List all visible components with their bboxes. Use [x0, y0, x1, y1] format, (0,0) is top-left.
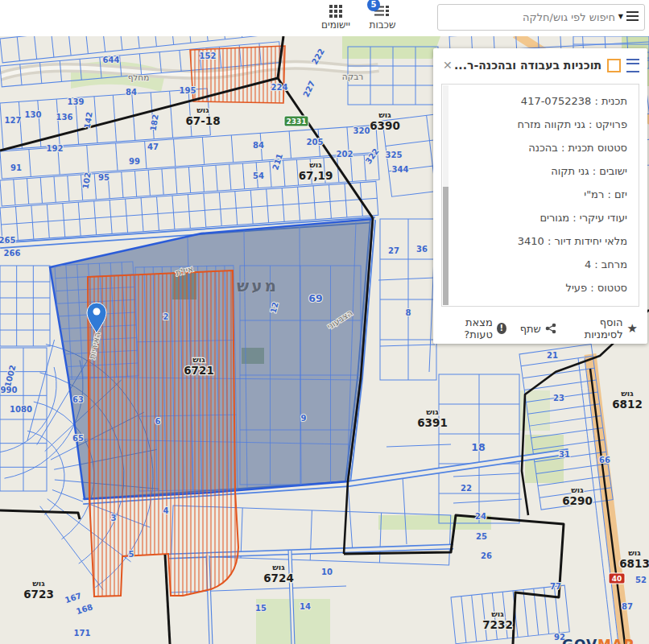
svg-text:14: 14	[300, 602, 311, 611]
search-input[interactable]	[437, 4, 645, 31]
svg-text:מחלף: מחלף	[128, 72, 150, 82]
plan-info-panel: תוכניות בעבודה ובהכנה-ר... ✕ תכנית : 417…	[433, 48, 647, 344]
panel-fields: תכנית : 417-0752238פרויקט : גני תקווה מז…	[441, 84, 639, 307]
field-label: פרויקט	[595, 118, 627, 130]
apps-button[interactable]: יישומים	[313, 4, 358, 35]
svg-text:22: 22	[461, 484, 472, 493]
svg-text:54: 54	[253, 171, 264, 180]
svg-text:9: 9	[301, 414, 307, 423]
panel-header: תוכניות בעבודה ובהכנה-ר... ✕	[433, 48, 647, 82]
svg-text:גוש: גוש	[196, 105, 209, 114]
svg-text:192: 192	[47, 144, 64, 153]
svg-text:52: 52	[635, 576, 647, 584]
svg-text:6290: 6290	[562, 494, 593, 507]
svg-text:91: 91	[10, 163, 22, 172]
svg-text:87: 87	[622, 602, 633, 611]
layers-icon: 5	[374, 4, 391, 19]
svg-text:139: 139	[68, 97, 85, 106]
field-value: בהכנה	[528, 142, 558, 154]
svg-text:2: 2	[163, 312, 169, 321]
svg-text:320: 320	[353, 126, 370, 135]
panel-actions: ★ הוסף לסימניות שתף ! מצאת טעות?	[433, 313, 647, 344]
panel-menu-icon[interactable]	[626, 59, 639, 72]
svg-text:136: 136	[56, 113, 73, 122]
layer-color-swatch[interactable]	[607, 59, 621, 72]
svg-text:205: 205	[307, 138, 324, 147]
close-icon[interactable]: ✕	[441, 59, 454, 72]
svg-text:4: 4	[163, 506, 169, 515]
govmap-logo: GOVMAP	[562, 637, 647, 644]
svg-text:23: 23	[553, 394, 564, 402]
svg-text:גוש: גוש	[426, 407, 439, 416]
share-button[interactable]: שתף	[520, 323, 556, 335]
svg-text:גוש: גוש	[491, 609, 504, 618]
field-label: מרחב	[601, 258, 627, 270]
svg-text:84: 84	[126, 88, 137, 97]
svg-text:6391: 6391	[417, 416, 448, 429]
svg-text:8: 8	[406, 308, 411, 317]
svg-text:130: 130	[25, 110, 42, 119]
search-box: ▼	[437, 4, 645, 31]
svg-text:171: 171	[74, 629, 91, 638]
field-row: ישובים : גני תקוה	[455, 165, 627, 177]
svg-text:24: 24	[475, 512, 486, 521]
svg-text:6813: 6813	[619, 557, 649, 570]
field-label: יעודי עיקרי	[580, 212, 627, 224]
apps-label: יישומים	[313, 20, 358, 30]
svg-text:18: 18	[471, 441, 485, 453]
report-error-button[interactable]: ! מצאת טעות?	[443, 316, 506, 341]
layers-label: שכבות	[360, 20, 405, 30]
svg-text:152: 152	[200, 52, 217, 60]
svg-text:266: 266	[4, 249, 21, 258]
field-row: יעודי עיקרי : מגורים	[455, 212, 627, 224]
svg-text:15: 15	[255, 604, 267, 613]
svg-text:3: 3	[111, 514, 117, 522]
bookmark-button[interactable]: ★ הוסף לסימניות	[570, 316, 638, 341]
svg-text:77: 77	[550, 582, 561, 591]
field-value: פעיל	[566, 282, 588, 294]
svg-text:גוש: גוש	[621, 389, 634, 398]
share-icon	[545, 323, 556, 334]
svg-text:גוש: גוש	[272, 563, 285, 572]
svg-text:5: 5	[129, 550, 134, 559]
svg-text:גוש: גוש	[192, 355, 205, 364]
svg-text:344: 344	[392, 165, 409, 174]
panel-scrollbar[interactable]	[443, 85, 449, 305]
field-row: מלאי יחידות דיור : 3410	[455, 235, 627, 247]
top-toolbar: ▼ 5 שכבות	[0, 0, 649, 36]
layers-button[interactable]: 5 שכבות	[360, 4, 405, 35]
svg-text:644: 644	[103, 56, 120, 64]
svg-text:224: 224	[271, 83, 288, 92]
svg-text:66: 66	[599, 456, 610, 464]
svg-text:67-18: 67-18	[185, 114, 220, 127]
panel-title: תוכניות בעבודה ובהכנה-ר...	[454, 59, 601, 72]
field-row: תכנית : 417-0752238	[455, 95, 627, 107]
svg-text:מעש: מעש	[237, 276, 279, 295]
svg-text:גוש: גוש	[628, 548, 641, 557]
field-value: גני תקווה מזרח	[518, 118, 585, 130]
svg-text:202: 202	[337, 150, 353, 159]
scrollbar-thumb[interactable]	[443, 187, 449, 305]
field-row: מרחב : 4	[455, 258, 627, 270]
svg-text:325: 325	[386, 151, 403, 159]
svg-text:84: 84	[253, 141, 264, 150]
svg-text:7232: 7232	[482, 618, 513, 631]
svg-text:גוש: גוש	[32, 579, 45, 588]
svg-text:26: 26	[481, 551, 492, 560]
svg-text:99: 99	[129, 157, 140, 166]
svg-text:65: 65	[72, 434, 84, 443]
field-label: יזם	[614, 188, 627, 200]
svg-text:6724: 6724	[263, 572, 294, 584]
svg-text:גוש: גוש	[571, 485, 584, 494]
svg-text:265: 265	[0, 236, 15, 245]
svg-text:27: 27	[388, 246, 399, 255]
svg-text:6723: 6723	[23, 588, 54, 601]
svg-text:6: 6	[155, 417, 161, 426]
svg-text:6390: 6390	[370, 119, 400, 132]
svg-text:47: 47	[147, 142, 159, 151]
field-value: גני תקוה	[551, 165, 589, 177]
svg-text:2331: 2331	[286, 118, 306, 126]
svg-text:10: 10	[321, 568, 333, 576]
field-row: יזם : רמ"י	[455, 188, 627, 200]
svg-text:6721: 6721	[184, 364, 214, 377]
